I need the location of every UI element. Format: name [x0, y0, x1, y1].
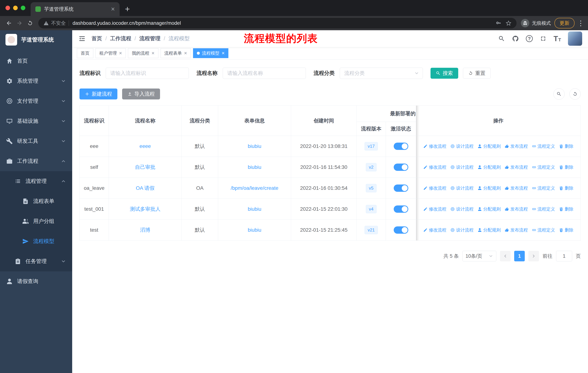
process-name-link[interactable]: 测试多审批人 [130, 206, 161, 212]
active-toggle[interactable] [394, 143, 408, 150]
sidebar-item-process-mgmt[interactable]: 流程管理 [0, 171, 72, 191]
sidebar-item-workflow[interactable]: 工作流程 [0, 151, 72, 171]
tag-process-form[interactable]: 流程表单 [161, 48, 191, 58]
bookmark-star-icon[interactable] [506, 20, 511, 26]
breadcrumb-item[interactable]: 流程管理 [131, 35, 160, 42]
process-name-link[interactable]: OA 请假 [136, 185, 155, 191]
op-publish-link[interactable]: 发布流程 [505, 206, 528, 212]
url-text[interactable]: dashboard.yudao.iocoder.cn/bpm/manager/m… [73, 20, 181, 26]
create-process-button[interactable]: 新建流程 [79, 89, 117, 100]
op-definition-link[interactable]: 流程定义 [532, 227, 555, 233]
fullscreen-button[interactable] [540, 35, 547, 42]
op-delete-link[interactable]: 删除 [559, 185, 573, 191]
op-assign-rule-link[interactable]: 分配规则 [478, 164, 501, 170]
process-name-link[interactable]: eeee [139, 143, 151, 149]
page-size-select[interactable]: 10条/页 [462, 251, 496, 261]
close-window-button[interactable] [5, 6, 10, 10]
op-assign-rule-link[interactable]: 分配规则 [478, 185, 501, 191]
refresh-table-button[interactable] [569, 88, 581, 100]
op-modify-link[interactable]: 修改流程 [423, 143, 446, 149]
op-assign-rule-link[interactable]: 分配规则 [478, 206, 501, 212]
op-modify-link[interactable]: 修改流程 [423, 206, 446, 212]
op-assign-rule-link[interactable]: 分配规则 [478, 143, 501, 149]
op-definition-link[interactable]: 流程定义 [532, 206, 555, 212]
sidebar-item-home[interactable]: 首页 [0, 51, 72, 71]
help-icon[interactable] [526, 35, 533, 42]
app-brand[interactable]: 芋道管理系统 [0, 30, 72, 49]
form-info-link[interactable]: biubiu [248, 143, 261, 149]
sidebar-item-devtools[interactable]: 研发工具 [0, 131, 72, 151]
process-id-input[interactable] [106, 68, 189, 79]
header-search-button[interactable] [498, 35, 505, 42]
minimize-window-button[interactable] [13, 6, 18, 10]
op-publish-link[interactable]: 发布流程 [505, 185, 528, 191]
op-delete-link[interactable]: 删除 [559, 227, 573, 233]
tag-process-model[interactable]: 流程模型 [193, 48, 228, 58]
password-manager-icon[interactable] [496, 20, 502, 26]
op-definition-link[interactable]: 流程定义 [532, 185, 555, 191]
op-publish-link[interactable]: 发布流程 [505, 164, 528, 170]
op-publish-link[interactable]: 发布流程 [505, 143, 528, 149]
op-delete-link[interactable]: 删除 [559, 206, 573, 212]
tab-close-icon[interactable] [111, 6, 115, 12]
active-toggle[interactable] [394, 226, 408, 234]
browser-menu-icon[interactable] [577, 20, 584, 27]
op-design-link[interactable]: 设计流程 [450, 164, 473, 170]
address-bar[interactable]: 不安全 dashboard.yudao.iocoder.cn/bpm/manag… [38, 18, 516, 28]
breadcrumb-item[interactable]: 工作流程 [102, 35, 131, 42]
user-avatar[interactable] [568, 31, 582, 46]
active-toggle[interactable] [394, 184, 408, 192]
op-definition-link[interactable]: 流程定义 [532, 164, 555, 170]
current-page-button[interactable]: 1 [514, 251, 525, 261]
form-info-link[interactable]: biubiu [248, 227, 261, 233]
reload-button[interactable] [25, 18, 35, 28]
back-button[interactable] [4, 18, 14, 28]
process-name-input[interactable] [223, 68, 306, 79]
op-assign-rule-link[interactable]: 分配规则 [478, 227, 501, 233]
op-design-link[interactable]: 设计流程 [450, 185, 473, 191]
zoom-window-button[interactable] [21, 6, 25, 10]
process-name-link[interactable]: 自己审批 [135, 164, 156, 170]
tag-close-icon[interactable] [184, 51, 187, 56]
op-design-link[interactable]: 设计流程 [450, 206, 473, 212]
op-modify-link[interactable]: 修改流程 [423, 164, 446, 170]
tag-home[interactable]: 首页 [77, 48, 93, 58]
active-toggle[interactable] [394, 205, 408, 213]
form-info-link[interactable]: biubiu [248, 206, 261, 212]
form-info-link[interactable]: biubiu [248, 164, 261, 170]
tag-close-icon[interactable] [222, 51, 225, 56]
sidebar-item-system[interactable]: 系统管理 [0, 71, 72, 91]
op-definition-link[interactable]: 流程定义 [532, 143, 555, 149]
toggle-search-button[interactable] [553, 88, 565, 100]
reset-button[interactable]: 重置 [463, 68, 491, 79]
sidebar-item-process-form[interactable]: 流程表单 [0, 191, 72, 211]
op-publish-link[interactable]: 发布流程 [505, 227, 528, 233]
op-design-link[interactable]: 设计流程 [450, 143, 473, 149]
prev-page-button[interactable] [500, 251, 511, 261]
tag-close-icon[interactable] [151, 51, 154, 56]
tag-close-icon[interactable] [119, 51, 122, 56]
op-design-link[interactable]: 设计流程 [450, 227, 473, 233]
update-chip[interactable]: 更新 [555, 18, 575, 28]
goto-page-input[interactable] [556, 251, 572, 261]
op-modify-link[interactable]: 修改流程 [423, 227, 446, 233]
sidebar-item-process-model[interactable]: 流程模型 [0, 231, 72, 251]
sidebar-item-task-mgmt[interactable]: 任务管理 [0, 251, 72, 271]
op-delete-link[interactable]: 删除 [559, 143, 573, 149]
sidebar-item-infra[interactable]: 基础设施 [0, 111, 72, 131]
font-size-icon[interactable] [554, 35, 561, 42]
incognito-avatar[interactable] [521, 19, 529, 27]
process-name-link[interactable]: 滔博 [140, 227, 150, 233]
next-page-button[interactable] [528, 251, 539, 261]
github-button[interactable] [512, 35, 519, 42]
forward-button[interactable] [14, 18, 25, 28]
breadcrumb-item[interactable]: 首页 [92, 35, 102, 42]
sidebar-item-leave-query[interactable]: 请假查询 [0, 271, 72, 292]
op-delete-link[interactable]: 删除 [559, 164, 573, 170]
sidebar-toggle-button[interactable] [78, 35, 86, 43]
security-label[interactable]: 不安全 [51, 20, 66, 26]
search-button[interactable]: 搜索 [430, 68, 458, 79]
tag-my-process[interactable]: 我的流程 [128, 48, 158, 58]
form-info-link[interactable]: /bpm/oa/leave/create [231, 185, 279, 191]
sidebar-item-user-group[interactable]: 用户分组 [0, 211, 72, 231]
